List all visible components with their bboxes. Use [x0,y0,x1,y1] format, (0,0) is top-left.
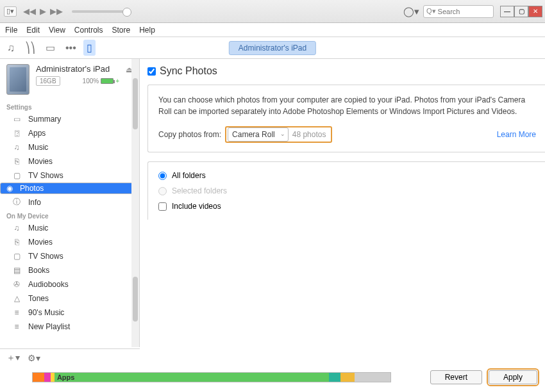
close-button[interactable]: ✕ [528,6,542,17]
sidebar-item-music[interactable]: ♫Music [0,140,139,154]
device-pill[interactable]: Administrator's iPad [229,41,316,55]
battery-icon [101,78,113,84]
search-input[interactable] [438,8,488,15]
tones-icon: △ [12,294,22,303]
sidebar-item-label: TV Shows [28,252,63,261]
sidebar-item-od-tones[interactable]: △Tones [0,291,139,306]
summary-icon: ▭ [12,115,22,124]
sync-heading: Sync Photos [160,65,217,77]
copy-from-label: Copy photos from: [158,129,221,140]
revert-button[interactable]: Revert [430,370,482,384]
sidebar-item-od-audiobooks[interactable]: ✇Audiobooks [0,277,139,291]
storage-segment [340,373,355,382]
charging-icon: + [115,78,119,85]
books-icon: ▤ [12,266,22,275]
menu-store[interactable]: Store [112,26,131,35]
photo-count: 48 photos [289,129,330,140]
sidebar-footer: ＋▾ ⚙▾ [0,348,140,366]
menu-help[interactable]: Help [139,26,155,35]
next-button[interactable]: ▶▶ [49,6,64,16]
sidebar-item-label: Movies [28,157,53,166]
sidebar-item-summary[interactable]: ▭Summary [0,112,139,126]
movies-icon: ⎘ [12,238,22,247]
sidebar-item-label: TV Shows [28,171,63,180]
device-thumbnail [6,64,29,95]
sidebar-item-od-newplaylist[interactable]: ≡New Playlist [0,320,139,334]
device-name: Administrator's iPad [36,64,119,74]
sidebar-item-label: Info [28,198,41,207]
selected-folders-label: Selected folders [172,186,227,195]
menu-view[interactable]: View [49,26,65,35]
device-header: Administrator's iPad 16GB 100% + ⏏ [0,59,139,101]
battery-percent: 100% [83,78,99,85]
sidebar-item-od-movies[interactable]: ⎘Movies [0,235,139,249]
menu-controls[interactable]: Controls [74,26,103,35]
playlist-icon: ≡ [12,308,22,317]
sidebar-item-label: Audiobooks [28,280,69,289]
all-folders-label: All folders [172,171,206,180]
sidebar-item-tvshows[interactable]: ▢TV Shows [0,168,139,183]
sync-description: You can choose which photos from your co… [158,94,536,117]
audiobooks-icon: ✇ [12,280,22,289]
music-icon: ♫ [12,224,22,233]
miniplayer-toggle[interactable]: ▯▾ [4,6,17,17]
prev-button[interactable]: ◀◀ [22,6,37,16]
tv-tab-icon[interactable]: ▭ [42,40,58,56]
minimize-button[interactable]: — [500,6,514,17]
photo-source-value: Camera Roll [232,129,275,140]
more-tab-icon[interactable]: ••• [62,40,80,56]
main-panel: Sync Photos You can choose which photos … [140,59,545,347]
playlist-icon: ≡ [12,322,22,331]
volume-slider[interactable] [72,10,130,13]
sidebar-item-od-books[interactable]: ▤Books [0,263,139,277]
photo-source-select[interactable]: Camera Roll ⌄ [228,127,289,142]
sidebar-item-od-90s[interactable]: ≡90's Music [0,306,139,320]
storage-segment [329,373,340,382]
storage-segment-label: Apps [57,373,75,381]
sidebar-item-movies[interactable]: ⎘Movies [0,154,139,168]
sidebar-item-apps[interactable]: ⍰Apps [0,126,139,140]
settings-label: Settings [0,101,139,112]
tv-icon: ▢ [12,252,22,261]
sidebar-item-info[interactable]: ⓘInfo [0,194,139,210]
storage-segment [44,373,51,382]
menu-file[interactable]: File [5,26,17,35]
sidebar-item-od-tv[interactable]: ▢TV Shows [0,249,139,263]
menu-edit[interactable]: Edit [26,26,40,35]
music-icon: ♫ [12,143,22,152]
sync-description-panel: You can choose which photos from your co… [147,85,545,152]
music-tab-icon[interactable]: ♫ [4,40,18,56]
sidebar-scrollbar[interactable] [131,59,139,347]
sidebar-item-label: Summary [28,115,61,124]
search-field[interactable]: Q▾ [423,5,494,18]
device-capacity: 16GB [36,76,60,86]
include-videos-checkbox[interactable] [158,202,167,211]
ondevice-label: On My Device [0,210,139,221]
titlebar: ▯▾ ◀◀ ▶ ▶▶ ◯▾ Q▾ — ▢ ✕ [0,0,545,23]
all-folders-radio[interactable] [158,172,167,180]
account-icon[interactable]: ◯▾ [403,6,419,17]
device-tab-icon[interactable]: ▯ [83,40,96,56]
tv-icon: ▢ [12,171,22,180]
sidebar-item-label: Photos [20,184,44,193]
apply-button[interactable]: Apply [489,370,537,384]
play-button[interactable]: ▶ [38,6,47,16]
selected-folders-radio [158,187,167,195]
maximize-button[interactable]: ▢ [514,6,528,17]
sidebar-item-od-music[interactable]: ♫Music [0,221,139,235]
sync-photos-checkbox[interactable] [147,67,156,76]
learn-more-link[interactable]: Learn More [497,129,536,140]
sidebar-item-label: Music [28,224,48,233]
storage-segment [355,373,390,382]
sidebar-item-label: 90's Music [28,308,64,317]
info-icon: ⓘ [12,197,22,208]
add-button[interactable]: ＋▾ [6,352,20,364]
sidebar-item-photos[interactable]: ◉Photos [0,183,139,194]
include-videos-label: Include videos [172,202,221,211]
chevron-down-icon: ⌄ [280,130,285,139]
movies-tab-icon[interactable]: ⎞⎞ [22,40,38,56]
search-icon: Q▾ [426,7,436,15]
gear-button[interactable]: ⚙▾ [28,353,40,363]
sidebar-item-label: New Playlist [28,322,70,331]
folder-options-panel: All folders Selected folders Include vid… [147,161,545,220]
